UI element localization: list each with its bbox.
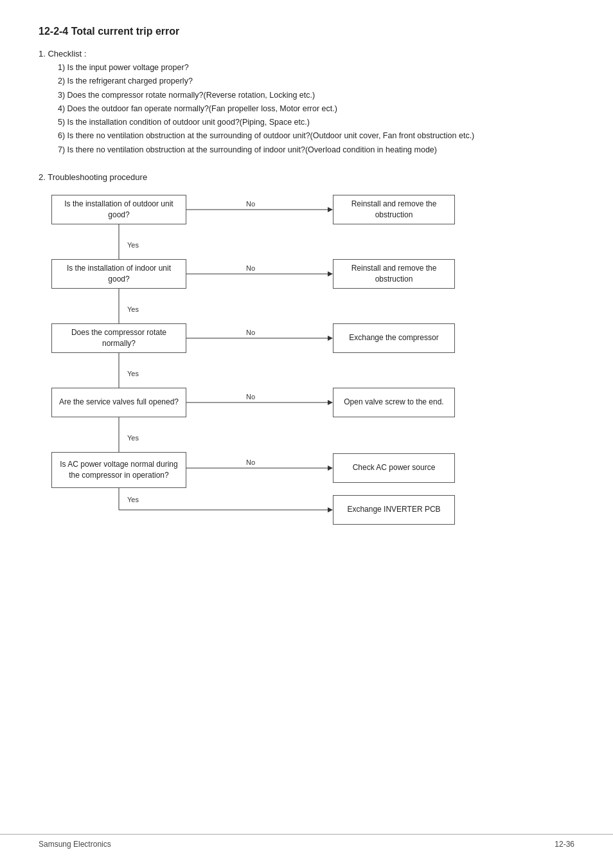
svg-text:Yes: Yes (127, 370, 139, 377)
result-1: Reinstall and remove the obstruction (333, 195, 455, 224)
decision-5: Is AC power voltage normal during the co… (51, 452, 186, 488)
decision-3: Does the compressor rotate normally? (51, 323, 186, 353)
troubleshoot-label: 2. Troubleshooting procedure (39, 172, 574, 182)
decision-1: Is the installation of outdoor unit good… (51, 195, 186, 224)
decision-4: Are the service valves full opened? (51, 388, 186, 417)
svg-text:Yes: Yes (127, 305, 139, 313)
checklist-items: 1) Is the input power voltage proper? 2)… (39, 61, 574, 157)
result-2: Reinstall and remove the obstruction (333, 259, 455, 289)
svg-text:Yes: Yes (127, 241, 139, 249)
checklist-item-7: 7) Is there no ventilation obstruction a… (58, 143, 574, 157)
result-6: Exchange INVERTER PCB (333, 495, 455, 525)
checklist-item-5: 5) Is the installation condition of outd… (58, 116, 574, 129)
checklist-item-2: 2) Is the refrigerant charged properly? (58, 75, 574, 88)
svg-marker-19 (328, 400, 333, 405)
svg-marker-7 (328, 271, 333, 276)
checklist-item-1: 1) Is the input power voltage proper? (58, 61, 574, 75)
footer-right: 12-36 (555, 840, 574, 849)
flowchart: No Yes No Yes No Yes (51, 195, 578, 529)
section-title: 12-2-4 Total current trip error (39, 26, 574, 37)
svg-text:No: No (246, 458, 255, 466)
page: 12-2-4 Total current trip error 1. Check… (0, 0, 613, 868)
checklist-header: 1. Checklist : (39, 49, 574, 59)
svg-marker-1 (328, 207, 333, 212)
svg-marker-13 (328, 336, 333, 341)
svg-text:Yes: Yes (127, 434, 139, 442)
footer: Samsung Electronics 12-36 (0, 834, 613, 849)
svg-text:No: No (246, 329, 255, 336)
checklist-item-4: 4) Does the outdoor fan operate normally… (58, 102, 574, 116)
result-5: Check AC power source (333, 453, 455, 483)
svg-text:No: No (246, 264, 255, 272)
svg-text:No: No (246, 200, 255, 208)
decision-2: Is the installation of indoor unit good? (51, 259, 186, 289)
checklist-section: 1. Checklist : 1) Is the input power vol… (39, 49, 574, 157)
svg-text:Yes: Yes (127, 496, 139, 503)
result-3: Exchange the compressor (333, 323, 455, 353)
svg-marker-30 (328, 507, 333, 512)
checklist-item-3: 3) Does the compressor rotate normally?(… (58, 89, 574, 102)
checklist-item-6: 6) Is there no ventilation obstruction a… (58, 129, 574, 143)
svg-marker-25 (328, 466, 333, 471)
svg-text:No: No (246, 393, 255, 401)
result-4: Open valve screw to the end. (333, 388, 455, 417)
footer-left: Samsung Electronics (39, 840, 111, 849)
